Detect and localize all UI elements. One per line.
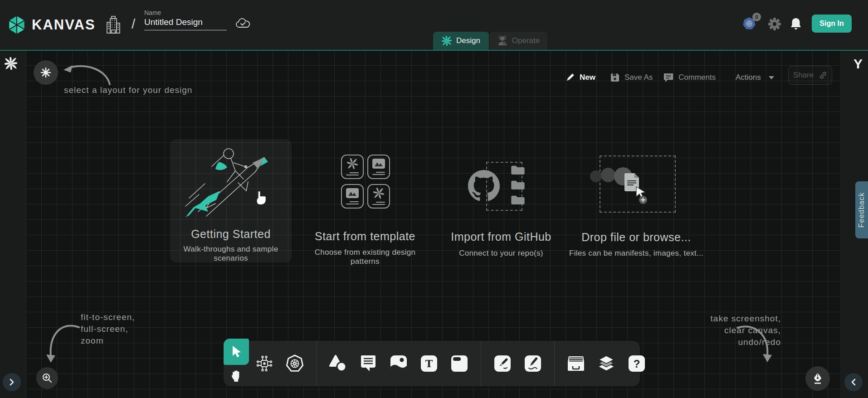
brand-name: KANVAS (32, 17, 96, 33)
card-subtitle: Connect to your repo(s) (454, 249, 549, 258)
pan-hand-icon (230, 370, 242, 383)
template-tile-image (341, 184, 364, 209)
design-pinwheel-icon (442, 36, 452, 46)
pen-tool[interactable] (493, 354, 512, 373)
new-button[interactable]: New (565, 70, 595, 85)
select-tool-button[interactable] (224, 339, 249, 365)
save-as-button[interactable]: Save As (610, 70, 653, 85)
left-rail (0, 50, 26, 398)
pointer-hand-cursor (254, 190, 268, 205)
card-start-from-template[interactable]: Start from template Choose from existing… (308, 139, 422, 262)
svg-text:?: ? (634, 358, 640, 370)
brand[interactable]: KANVAS (6, 14, 96, 36)
feedback-label: Feedback (858, 192, 866, 228)
pen-nib-button[interactable] (805, 366, 830, 391)
tool-icons-row: T (255, 341, 646, 386)
template-tile-pinwheel (341, 155, 364, 179)
card-drop-file[interactable]: Drop file or browse... Files can be mani… (589, 139, 684, 262)
toolbar-divider (481, 341, 481, 386)
sign-in-button[interactable]: Sign In (812, 15, 852, 33)
expand-left-panel-button[interactable] (3, 373, 21, 391)
operate-headset-icon (497, 35, 507, 46)
share-label: Share (793, 71, 814, 80)
pencil-new-icon (565, 73, 575, 83)
toolbar-divider (316, 341, 317, 386)
help-tool[interactable]: ? (628, 354, 646, 373)
settings-gear-icon[interactable] (768, 18, 781, 30)
folder-icon (511, 165, 525, 175)
comments-label: Comments (678, 73, 716, 82)
spiral-icon[interactable] (5, 57, 17, 70)
github-logo-icon (468, 170, 500, 202)
card-title: Drop file or browse... (575, 231, 697, 244)
kubernetes-tool[interactable] (286, 354, 304, 373)
hint-line: zoom (81, 335, 135, 347)
select-cursor-icon (230, 345, 242, 359)
tab-design-label: Design (456, 36, 480, 45)
zoom-in-button[interactable] (36, 367, 58, 389)
collapse-right-panel-button[interactable] (844, 373, 863, 391)
canvas-hint-arrow (733, 324, 776, 367)
card-subtitle: Choose from existing design patterns (308, 248, 422, 266)
breadcrumb-separator: / (132, 16, 135, 32)
bottom-toolbar: T (224, 341, 640, 386)
note-tool[interactable] (450, 354, 468, 373)
hint-line: fit-to-screen, (81, 311, 135, 323)
comment-bubble-icon (663, 73, 674, 83)
design-name-input[interactable] (144, 16, 227, 30)
card-title: Import from GitHub (440, 230, 562, 243)
card-subtitle: Files can be manifests, images, text... (568, 249, 704, 258)
rocket-rider-illustration (180, 144, 282, 220)
organization-building-icon[interactable] (105, 15, 122, 34)
layout-hint-text: select a layout for your design (64, 85, 192, 95)
name-label: Name (144, 9, 227, 16)
template-thumbnails (341, 155, 390, 209)
zoom-hint-text: fit-to-screen, full-screen, zoom (81, 311, 135, 347)
hint-line: take screenshot, (694, 313, 781, 325)
tab-design[interactable]: Design (433, 32, 489, 50)
notifications-bell-icon[interactable] (790, 17, 802, 31)
design-name-field: Name (144, 9, 227, 30)
layout-hint-arrow (63, 61, 112, 87)
add-plus-badge (639, 195, 648, 204)
caret-down-icon (768, 76, 775, 80)
connector-chip-tool[interactable] (255, 354, 273, 373)
cluster-status[interactable]: 0 (742, 16, 756, 31)
comments-button[interactable]: Comments (663, 70, 716, 85)
comment-tool[interactable] (359, 354, 377, 373)
text-tool[interactable]: T (420, 354, 438, 373)
pencil-tool[interactable] (524, 354, 542, 373)
hint-line: full-screen, (81, 323, 135, 335)
canvas-area: Y Feedback select a layout for your desi… (0, 50, 868, 398)
card-import-github[interactable]: Import from GitHub Connect to your repo(… (454, 139, 549, 262)
share-link-icon (819, 71, 827, 79)
actions-dropdown[interactable]: Actions (736, 70, 775, 85)
canvas-top-accent (0, 50, 868, 51)
folder-icon (511, 180, 525, 190)
layers-tool[interactable] (597, 354, 615, 373)
svg-text:T: T (425, 358, 433, 369)
layout-picker-button[interactable] (34, 60, 58, 85)
drawer-tool[interactable] (567, 354, 585, 373)
folder-icon (511, 194, 525, 205)
save-as-label: Save As (624, 73, 653, 82)
app-header: KANVAS / Name (0, 0, 868, 50)
tab-operate-label: Operate (512, 36, 540, 45)
share-button[interactable]: Share (788, 66, 832, 85)
card-title: Start from template (308, 230, 422, 243)
card-title: Getting Started (170, 228, 292, 241)
new-label: New (580, 73, 595, 82)
feedback-tab[interactable]: Feedback (855, 181, 868, 238)
cloud-synced-icon (235, 17, 251, 30)
image-tool[interactable] (390, 354, 408, 373)
pan-tool-button[interactable] (224, 366, 249, 386)
actions-label: Actions (736, 73, 761, 82)
card-getting-started[interactable]: Getting Started Walk-throughs and sample… (170, 139, 292, 262)
cluster-count-badge: 0 (752, 13, 761, 21)
template-tile-image (367, 155, 390, 179)
tab-operate[interactable]: Operate (490, 32, 547, 50)
shapes-tool[interactable] (329, 354, 347, 373)
toolbar-divider (554, 341, 555, 386)
floppy-save-icon (610, 73, 620, 83)
brand-hexagon-icon (6, 14, 27, 36)
